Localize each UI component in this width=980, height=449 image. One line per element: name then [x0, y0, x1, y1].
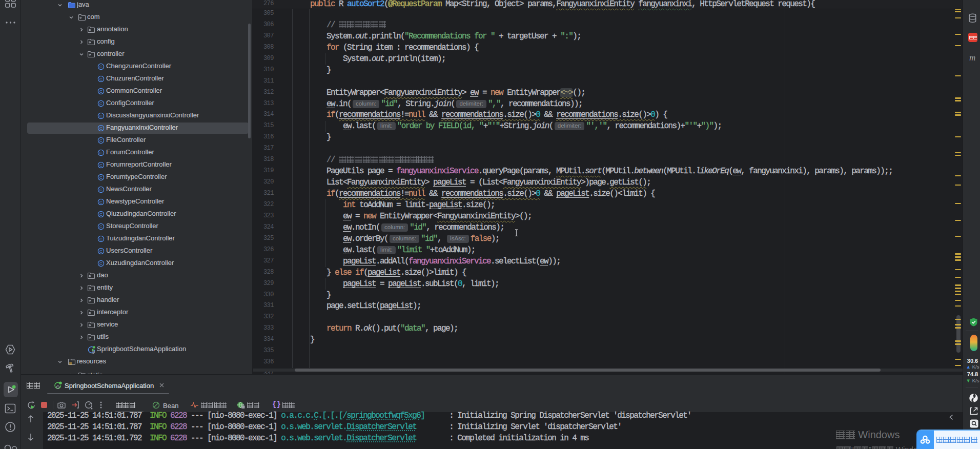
svg-text:C: C — [99, 224, 103, 229]
svg-text:C: C — [99, 89, 103, 94]
svg-text:C: C — [99, 261, 103, 266]
svg-text:C: C — [99, 175, 103, 180]
svg-text:C: C — [99, 249, 103, 254]
svg-text:C: C — [99, 114, 103, 118]
svg-text:C: C — [99, 126, 103, 131]
svg-text:C: C — [99, 138, 103, 143]
svg-text:C: C — [99, 77, 103, 81]
svg-text:C: C — [99, 163, 103, 168]
svg-text:C: C — [99, 151, 103, 155]
svg-text:C: C — [99, 237, 103, 241]
svg-text:C: C — [99, 212, 103, 217]
svg-text:C: C — [99, 200, 103, 205]
svg-text:C: C — [99, 101, 103, 106]
svg-text:C: C — [99, 65, 103, 69]
svg-text:C: C — [99, 188, 103, 192]
